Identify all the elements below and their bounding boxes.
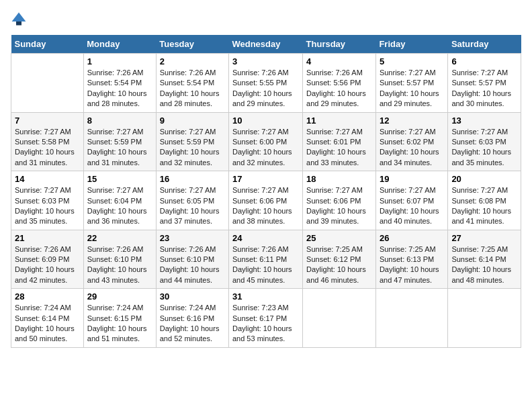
day-info: Sunset: 6:17 PM — [232, 314, 299, 324]
day-number: 8 — [87, 116, 152, 126]
calendar-cell: 8Sunrise: 7:27 AMSunset: 5:59 PMDaylight… — [83, 112, 156, 171]
weekday-header-row: SundayMondayTuesdayWednesdayThursdayFrid… — [11, 35, 521, 54]
day-info: Sunset: 6:06 PM — [306, 196, 372, 206]
calendar-cell: 20Sunrise: 7:27 AMSunset: 6:08 PMDayligh… — [448, 171, 521, 230]
calendar-cell: 3Sunrise: 7:26 AMSunset: 5:55 PMDaylight… — [228, 54, 302, 113]
day-info: Sunset: 6:02 PM — [380, 137, 444, 147]
day-info: Sunrise: 7:27 AM — [306, 185, 372, 195]
day-number: 1 — [87, 56, 152, 66]
day-info: Daylight: 10 hours and 29 minutes. — [306, 89, 372, 109]
day-info: Daylight: 10 hours and 45 minutes. — [232, 265, 299, 285]
day-info: Sunrise: 7:25 AM — [306, 244, 372, 255]
day-number: 9 — [160, 116, 225, 126]
day-info: Sunset: 6:01 PM — [306, 137, 372, 147]
day-info: Sunset: 6:06 PM — [232, 196, 299, 206]
day-number: 19 — [380, 174, 444, 184]
day-info: Sunset: 5:56 PM — [306, 78, 372, 88]
day-info: Sunset: 5:54 PM — [160, 78, 225, 88]
logo — [11, 11, 30, 27]
day-number: 16 — [160, 174, 225, 184]
day-info: Daylight: 10 hours and 48 minutes. — [451, 265, 517, 285]
day-info: Sunrise: 7:27 AM — [232, 185, 299, 195]
day-info: Sunrise: 7:27 AM — [87, 127, 152, 137]
day-info: Sunrise: 7:27 AM — [160, 185, 225, 195]
day-info: Sunrise: 7:27 AM — [380, 68, 444, 78]
calendar-cell: 27Sunrise: 7:25 AMSunset: 6:14 PMDayligh… — [448, 230, 521, 289]
day-info: Daylight: 10 hours and 28 minutes. — [160, 89, 225, 109]
day-number: 13 — [451, 116, 517, 126]
day-info: Daylight: 10 hours and 35 minutes. — [451, 147, 517, 168]
day-info: Sunrise: 7:26 AM — [87, 244, 152, 255]
calendar-cell: 25Sunrise: 7:25 AMSunset: 6:12 PMDayligh… — [303, 230, 376, 289]
day-info: Daylight: 10 hours and 37 minutes. — [160, 206, 225, 227]
day-number: 6 — [451, 56, 517, 66]
day-info: Sunrise: 7:27 AM — [306, 127, 372, 137]
day-info: Sunset: 6:11 PM — [232, 255, 299, 265]
day-info: Sunset: 5:55 PM — [232, 78, 299, 88]
day-info: Sunset: 5:57 PM — [451, 78, 517, 88]
calendar-cell: 5Sunrise: 7:27 AMSunset: 5:57 PMDaylight… — [375, 54, 447, 113]
day-info: Sunrise: 7:26 AM — [87, 68, 152, 78]
weekday-header-sunday: Sunday — [11, 35, 84, 54]
calendar-cell: 19Sunrise: 7:27 AMSunset: 6:07 PMDayligh… — [375, 171, 447, 230]
day-info: Sunrise: 7:24 AM — [15, 303, 80, 313]
day-info: Daylight: 10 hours and 46 minutes. — [306, 265, 372, 285]
day-info: Sunset: 6:03 PM — [451, 137, 517, 147]
day-number: 28 — [15, 291, 80, 302]
calendar-cell: 23Sunrise: 7:26 AMSunset: 6:10 PMDayligh… — [156, 230, 228, 289]
day-info: Sunset: 5:59 PM — [87, 137, 152, 147]
day-info: Sunrise: 7:23 AM — [232, 303, 299, 313]
day-info: Sunrise: 7:27 AM — [232, 127, 299, 137]
calendar-cell: 1Sunrise: 7:26 AMSunset: 5:54 PMDaylight… — [83, 54, 156, 113]
day-info: Sunset: 5:59 PM — [160, 137, 225, 147]
day-number: 26 — [380, 233, 444, 243]
day-info: Sunset: 6:16 PM — [160, 314, 225, 324]
day-number: 2 — [160, 56, 225, 66]
logo-icon — [11, 11, 27, 27]
day-info: Sunrise: 7:27 AM — [380, 127, 444, 137]
day-number: 10 — [232, 116, 299, 126]
day-info: Daylight: 10 hours and 30 minutes. — [451, 89, 517, 109]
day-info: Sunrise: 7:26 AM — [232, 68, 299, 78]
day-info: Sunrise: 7:27 AM — [451, 185, 517, 195]
calendar-cell — [375, 289, 447, 348]
calendar-cell: 13Sunrise: 7:27 AMSunset: 6:03 PMDayligh… — [448, 112, 521, 171]
day-info: Daylight: 10 hours and 44 minutes. — [160, 265, 225, 285]
calendar-week-row: 7Sunrise: 7:27 AMSunset: 5:58 PMDaylight… — [11, 112, 521, 171]
day-info: Sunset: 6:15 PM — [87, 314, 152, 324]
day-info: Sunrise: 7:27 AM — [451, 127, 517, 137]
day-info: Daylight: 10 hours and 28 minutes. — [87, 89, 152, 109]
day-number: 14 — [15, 174, 80, 184]
day-info: Sunrise: 7:26 AM — [232, 244, 299, 255]
day-info: Daylight: 10 hours and 32 minutes. — [160, 147, 225, 168]
day-info: Sunset: 6:14 PM — [451, 255, 517, 265]
calendar-cell: 12Sunrise: 7:27 AMSunset: 6:02 PMDayligh… — [375, 112, 447, 171]
day-info: Sunset: 6:00 PM — [232, 137, 299, 147]
weekday-header-saturday: Saturday — [448, 35, 521, 54]
day-info: Daylight: 10 hours and 43 minutes. — [87, 265, 152, 285]
day-info: Sunrise: 7:27 AM — [451, 68, 517, 78]
calendar-cell — [448, 289, 521, 348]
day-info: Sunrise: 7:25 AM — [451, 244, 517, 255]
day-info: Daylight: 10 hours and 36 minutes. — [87, 206, 152, 227]
calendar-cell: 4Sunrise: 7:26 AMSunset: 5:56 PMDaylight… — [303, 54, 376, 113]
day-info: Daylight: 10 hours and 31 minutes. — [15, 147, 80, 168]
day-info: Sunset: 6:12 PM — [306, 255, 372, 265]
calendar-cell: 18Sunrise: 7:27 AMSunset: 6:06 PMDayligh… — [303, 171, 376, 230]
day-info: Sunrise: 7:26 AM — [306, 68, 372, 78]
day-number: 7 — [15, 116, 80, 126]
day-info: Daylight: 10 hours and 52 minutes. — [160, 324, 225, 345]
weekday-header-monday: Monday — [83, 35, 156, 54]
day-info: Daylight: 10 hours and 40 minutes. — [380, 206, 444, 227]
day-number: 3 — [232, 56, 299, 66]
svg-marker-0 — [12, 12, 26, 21]
day-info: Sunset: 6:13 PM — [380, 255, 444, 265]
day-number: 17 — [232, 174, 299, 184]
day-number: 5 — [380, 56, 444, 66]
day-info: Sunset: 5:58 PM — [15, 137, 80, 147]
day-info: Sunrise: 7:27 AM — [160, 127, 225, 137]
day-number: 25 — [306, 233, 372, 243]
day-info: Sunrise: 7:27 AM — [15, 127, 80, 137]
day-info: Sunrise: 7:24 AM — [87, 303, 152, 313]
day-info: Sunset: 5:57 PM — [380, 78, 444, 88]
